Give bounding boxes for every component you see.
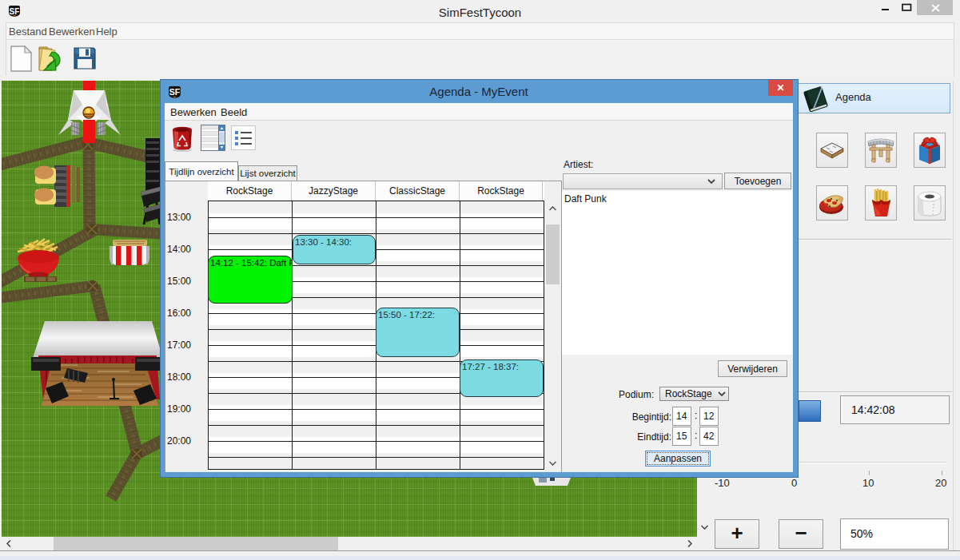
svg-text:SF: SF <box>169 87 181 97</box>
svg-text:SF: SF <box>10 7 20 16</box>
